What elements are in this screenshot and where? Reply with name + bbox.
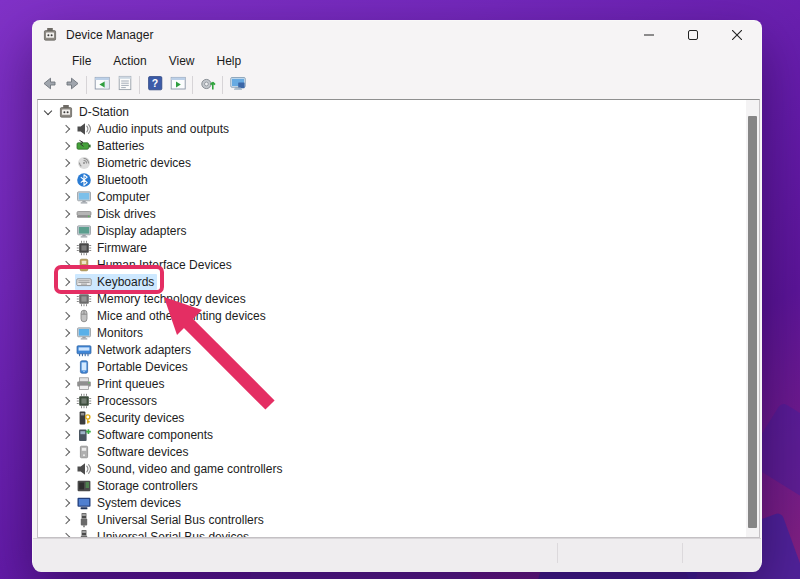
fingerprint-icon	[76, 155, 92, 171]
tree-scrollbar[interactable]	[746, 100, 759, 537]
chevron-right-icon[interactable]	[62, 345, 70, 353]
menu-view[interactable]: View	[158, 51, 206, 71]
scrollbar-thumb[interactable]	[748, 116, 757, 528]
menu-help[interactable]: Help	[206, 51, 253, 71]
tree-item-bluetooth[interactable]: Bluetooth	[60, 171, 151, 188]
tree-item-universal-serial-bus-devices[interactable]: Universal Serial Bus devices	[60, 528, 252, 538]
tree-item-processors[interactable]: Processors	[60, 392, 160, 409]
chevron-right-icon[interactable]	[62, 158, 70, 166]
tree-item-content: Storage controllers	[75, 478, 201, 494]
chevron-right-icon[interactable]	[62, 311, 70, 319]
tree-item-label: Storage controllers	[97, 479, 198, 493]
tree-item-system-devices[interactable]: System devices	[60, 494, 184, 511]
annotation-box	[54, 265, 164, 294]
tree-item-computer[interactable]: Computer	[60, 188, 153, 205]
tree-item-label: Batteries	[97, 139, 144, 153]
action-pane-icon	[170, 75, 186, 95]
tree-item-monitors[interactable]: Monitors	[60, 324, 146, 341]
minimize-icon	[644, 26, 654, 44]
tree-item-content: System devices	[75, 495, 184, 511]
tree-item-disk-drives[interactable]: Disk drives	[60, 205, 159, 222]
help-button[interactable]: ?	[143, 74, 166, 96]
help-icon: ?	[147, 75, 163, 95]
disk-drive-icon	[76, 206, 92, 222]
console-tree-icon	[94, 75, 110, 95]
chevron-down-icon[interactable]	[44, 106, 52, 114]
tree-item-display-adapters[interactable]: Display adapters	[60, 222, 189, 239]
maximize-button[interactable]	[671, 21, 715, 49]
battery-icon	[76, 138, 92, 154]
chevron-right-icon[interactable]	[62, 141, 70, 149]
annotation-arrow-icon	[150, 283, 290, 423]
chevron-right-icon[interactable]	[62, 175, 70, 183]
status-bar-divider	[682, 543, 683, 563]
processor-icon	[76, 393, 92, 409]
system-device-icon	[76, 495, 92, 511]
devices-view-button[interactable]	[226, 74, 249, 96]
tree-item-label: Software devices	[97, 445, 188, 459]
close-button[interactable]	[715, 21, 759, 49]
tree-item-label: Disk drives	[97, 207, 156, 221]
speaker-icon	[76, 121, 92, 137]
chevron-right-icon[interactable]	[62, 464, 70, 472]
chevron-right-icon[interactable]	[62, 209, 70, 217]
forward-button[interactable]	[60, 74, 83, 96]
tree-item-firmware[interactable]: Firmware	[60, 239, 150, 256]
tree-item-label: Bluetooth	[97, 173, 148, 187]
back-button[interactable]	[37, 74, 60, 96]
chevron-right-icon[interactable]	[62, 243, 70, 251]
chevron-right-icon[interactable]	[62, 328, 70, 336]
tree-item-sound-video-and-game-controllers[interactable]: Sound, video and game controllers	[60, 460, 285, 477]
chevron-right-icon[interactable]	[62, 362, 70, 370]
computer-monitor-icon	[230, 75, 246, 95]
tree-item-software-components[interactable]: Software components	[60, 426, 216, 443]
usb-device-icon	[76, 529, 92, 539]
show-console-tree-button[interactable]	[90, 74, 113, 96]
scan-hardware-changes-button[interactable]	[196, 74, 219, 96]
tree-item-content: Processors	[75, 393, 160, 409]
tree-item-universal-serial-bus-controllers[interactable]: Universal Serial Bus controllers	[60, 511, 267, 528]
chevron-right-icon[interactable]	[62, 294, 70, 302]
display-adapter-icon	[76, 223, 92, 239]
properties-button[interactable]	[113, 74, 136, 96]
sound-controller-icon	[76, 461, 92, 477]
chevron-right-icon[interactable]	[62, 515, 70, 523]
menu-file[interactable]: File	[61, 51, 102, 71]
chevron-right-icon[interactable]	[62, 481, 70, 489]
back-arrow-icon	[41, 75, 57, 95]
chevron-right-icon[interactable]	[62, 447, 70, 455]
minimize-button[interactable]	[627, 21, 671, 49]
chevron-right-icon[interactable]	[62, 413, 70, 421]
tree-item-label: Firmware	[97, 241, 147, 255]
tree-item-d-station[interactable]: D-Station	[42, 103, 132, 120]
menu-action[interactable]: Action	[102, 51, 157, 71]
tree-item-biometric-devices[interactable]: Biometric devices	[60, 154, 194, 171]
tree-item-audio-inputs-and-outputs[interactable]: Audio inputs and outputs	[60, 120, 232, 137]
chevron-right-icon[interactable]	[62, 226, 70, 234]
toolbar-divider	[139, 76, 140, 94]
toolbar-divider	[86, 76, 87, 94]
tree-item-content: Disk drives	[75, 206, 159, 222]
tree-item-label: Software components	[97, 428, 213, 442]
chevron-right-icon[interactable]	[62, 498, 70, 506]
tree-item-content: Software devices	[75, 444, 191, 460]
device-manager-window: Device Manager FileActionViewHelp ? D-St…	[32, 20, 762, 570]
chevron-right-icon[interactable]	[62, 192, 70, 200]
device-tree: D-StationAudio inputs and outputsBatteri…	[37, 99, 760, 538]
status-bar	[33, 538, 761, 572]
tree-item-storage-controllers[interactable]: Storage controllers	[60, 477, 201, 494]
tree-item-software-devices[interactable]: Software devices	[60, 443, 191, 460]
show-action-pane-button[interactable]	[166, 74, 189, 96]
title-bar[interactable]: Device Manager	[33, 21, 761, 49]
tree-item-content: Sound, video and game controllers	[75, 461, 285, 477]
scan-hardware-icon	[200, 75, 216, 95]
security-key-icon	[76, 410, 92, 426]
mouse-icon	[76, 308, 92, 324]
chevron-right-icon[interactable]	[62, 396, 70, 404]
chevron-right-icon[interactable]	[62, 124, 70, 132]
tree-item-batteries[interactable]: Batteries	[60, 137, 147, 154]
desktop-background: Device Manager FileActionViewHelp ? D-St…	[0, 0, 800, 579]
tree-item-label: Processors	[97, 394, 157, 408]
chevron-right-icon[interactable]	[62, 379, 70, 387]
chevron-right-icon[interactable]	[62, 430, 70, 438]
